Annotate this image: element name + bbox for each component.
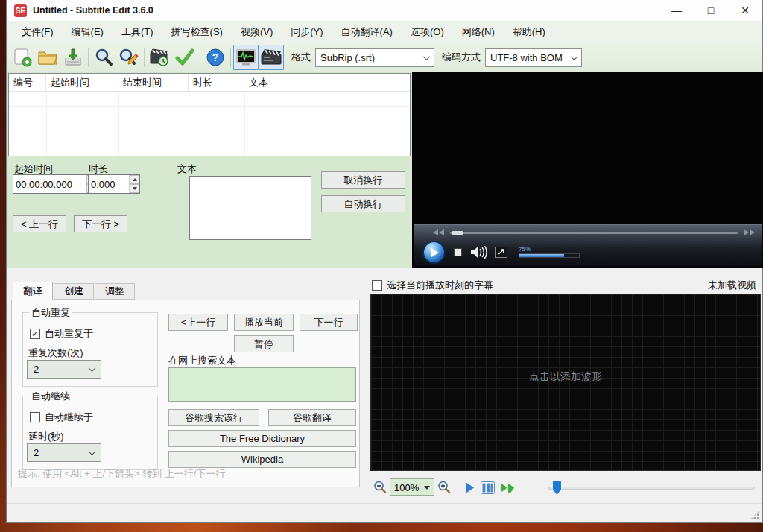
column-header-start-time[interactable]: 起始时间 bbox=[46, 74, 118, 91]
tab-create[interactable]: 创建 bbox=[54, 283, 94, 300]
status-bar bbox=[7, 503, 762, 522]
menu-item-video[interactable]: 视频(V) bbox=[232, 22, 282, 42]
find-button[interactable] bbox=[91, 45, 116, 69]
toolbar: ? 格式 SubRip (.srt) 编码方式 bbox=[7, 43, 762, 72]
menu-item-spellcheck[interactable]: 拼写检查(S) bbox=[162, 22, 232, 42]
slider-thumb[interactable] bbox=[553, 481, 561, 495]
app-logo-icon: SE bbox=[14, 4, 27, 17]
delay-select[interactable]: 2 bbox=[27, 443, 101, 462]
unbreak-button[interactable]: 取消换行 bbox=[321, 171, 405, 189]
free-dictionary-button[interactable]: The Free Dictionary bbox=[168, 430, 356, 447]
waveform-zoom-value: 100% bbox=[394, 482, 419, 493]
google-search-button[interactable]: 谷歌搜索该行 bbox=[168, 409, 259, 426]
subtitle-list-header: 编号 起始时间 结束时间 时长 文本 bbox=[9, 74, 410, 92]
previous-line-button[interactable]: < 上一行 bbox=[13, 215, 66, 232]
text-label: 文本 bbox=[177, 162, 197, 176]
visual-sync-button[interactable] bbox=[147, 45, 172, 69]
menu-item-auto-translate[interactable]: 自动翻译(A) bbox=[332, 22, 402, 42]
menu-item-edit[interactable]: 编辑(E) bbox=[63, 22, 113, 42]
format-select[interactable]: SubRip (.srt) bbox=[315, 48, 434, 67]
select-current-subtitle-checkbox[interactable]: 选择当前播放时刻的字幕 bbox=[372, 279, 493, 292]
previous-line-button-2[interactable]: <上一行 bbox=[168, 314, 228, 331]
encoding-value: UTF-8 with BOM bbox=[490, 52, 563, 63]
menu-item-network[interactable]: 网络(N) bbox=[453, 22, 504, 42]
resize-grip[interactable] bbox=[750, 510, 760, 520]
minimize-button[interactable]: — bbox=[659, 0, 694, 21]
menu-bar: 文件(F) 编辑(E) 工具(T) 拼写检查(S) 视频(V) 同步(Y) 自动… bbox=[7, 21, 762, 43]
column-header-text[interactable]: 文本 bbox=[244, 74, 410, 91]
checkbox-checked-icon[interactable]: ✓ bbox=[30, 329, 40, 339]
spin-down-button[interactable] bbox=[130, 184, 139, 193]
duration-input[interactable] bbox=[89, 175, 129, 193]
replace-button[interactable] bbox=[116, 45, 142, 69]
volume-percent: 75% bbox=[519, 247, 580, 253]
playback-speed-button[interactable] bbox=[501, 483, 519, 493]
menu-item-sync[interactable]: 同步(Y) bbox=[282, 22, 332, 42]
auto-continue-checkbox[interactable]: 自动继续于 bbox=[30, 411, 93, 424]
menu-item-file[interactable]: 文件(F) bbox=[13, 22, 63, 42]
spin-up-button[interactable] bbox=[130, 175, 139, 184]
column-header-number[interactable]: 编号 bbox=[9, 74, 46, 91]
fullscreen-icon[interactable] bbox=[495, 247, 507, 258]
video-toggle-button[interactable] bbox=[259, 45, 284, 70]
svg-text:?: ? bbox=[212, 51, 219, 63]
tab-translate[interactable]: 翻译 bbox=[13, 282, 53, 300]
web-search-input[interactable] bbox=[168, 367, 356, 402]
waveform-zoom-select[interactable]: 100% bbox=[390, 478, 434, 496]
seek-back-icon[interactable] bbox=[433, 229, 444, 235]
menu-item-help[interactable]: 帮助(H) bbox=[504, 22, 554, 42]
zoom-in-button[interactable] bbox=[437, 481, 451, 494]
help-button[interactable]: ? bbox=[203, 45, 228, 69]
duration-spinner[interactable] bbox=[88, 174, 140, 194]
seek-handle[interactable] bbox=[452, 231, 463, 235]
next-line-button[interactable]: 下一行 > bbox=[74, 215, 127, 232]
fast-forward-icon bbox=[501, 483, 519, 493]
toolbar-separator bbox=[88, 48, 89, 67]
encoding-select[interactable]: UTF-8 with BOM bbox=[485, 48, 582, 67]
subtitle-list-rows[interactable] bbox=[9, 92, 410, 156]
checkbox-unchecked-icon[interactable] bbox=[372, 280, 382, 291]
help-icon: ? bbox=[206, 48, 225, 67]
start-time-input[interactable] bbox=[13, 175, 86, 193]
volume-icon[interactable] bbox=[470, 246, 487, 259]
waveform-position-slider[interactable] bbox=[548, 481, 758, 494]
maximize-button[interactable]: □ bbox=[694, 0, 728, 21]
video-player[interactable]: 75% bbox=[412, 72, 763, 268]
zoom-out-button[interactable] bbox=[373, 481, 387, 494]
save-button[interactable] bbox=[60, 45, 86, 69]
checkbox-unchecked-icon[interactable] bbox=[30, 412, 40, 422]
waveform-display[interactable]: 点击以添加波形 bbox=[370, 294, 761, 471]
menu-item-tools[interactable]: 工具(T) bbox=[113, 22, 162, 42]
video-seek-bar[interactable] bbox=[450, 232, 738, 234]
seek-forward-icon[interactable] bbox=[744, 229, 755, 235]
google-translate-button[interactable]: 谷歌翻译 bbox=[268, 409, 356, 426]
video-player-icon bbox=[261, 48, 282, 66]
subtitle-list[interactable]: 编号 起始时间 结束时间 时长 文本 bbox=[8, 73, 411, 156]
waveform-placeholder: 点击以添加波形 bbox=[529, 370, 602, 384]
tab-adjust[interactable]: 调整 bbox=[95, 283, 135, 300]
volume-slider[interactable]: 75% bbox=[519, 247, 580, 258]
pause-button[interactable]: 暂停 bbox=[234, 335, 294, 352]
stop-button[interactable] bbox=[454, 248, 462, 256]
new-file-button[interactable] bbox=[10, 45, 35, 69]
open-file-button[interactable] bbox=[35, 45, 60, 69]
video-columns-button[interactable] bbox=[481, 481, 495, 494]
wikipedia-button[interactable]: Wikipedia bbox=[168, 451, 356, 468]
column-header-duration[interactable]: 时长 bbox=[189, 74, 244, 91]
auto-break-button[interactable]: 自动换行 bbox=[321, 195, 405, 212]
auto-repeat-checkbox[interactable]: ✓ 自动重复于 bbox=[30, 327, 93, 341]
search-icon bbox=[94, 48, 113, 67]
menu-item-options[interactable]: 选项(O) bbox=[402, 22, 453, 42]
spell-check-button[interactable] bbox=[172, 45, 197, 69]
play-current-button[interactable]: 播放当前 bbox=[234, 314, 294, 331]
repeat-count-select[interactable]: 2 bbox=[27, 360, 101, 379]
subtitle-text-area[interactable] bbox=[189, 176, 311, 240]
chevron-down-icon bbox=[89, 364, 96, 372]
waveform-play-button[interactable] bbox=[465, 482, 475, 493]
next-line-button-2[interactable]: 下一行 bbox=[300, 314, 358, 331]
play-button[interactable] bbox=[422, 241, 446, 264]
close-button[interactable]: ✕ bbox=[728, 0, 762, 21]
column-header-end-time[interactable]: 结束时间 bbox=[118, 74, 189, 91]
waveform-toggle-button[interactable] bbox=[233, 45, 259, 70]
start-time-spinner[interactable] bbox=[13, 174, 98, 194]
